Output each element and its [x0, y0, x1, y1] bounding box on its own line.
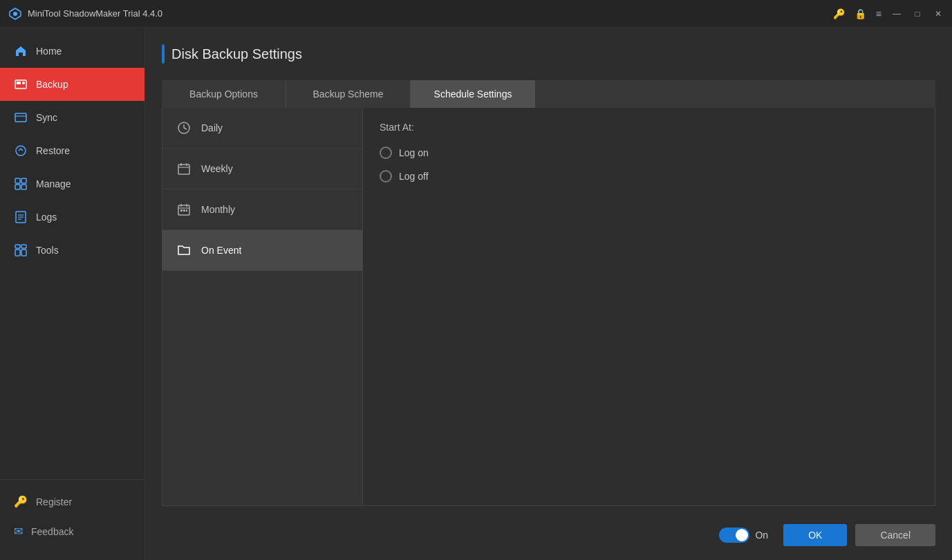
- schedule-item-on-event-label: On Event: [201, 245, 241, 256]
- svg-rect-2: [17, 82, 21, 84]
- toggle-knob: [736, 529, 748, 541]
- schedule-item-monthly-label: Monthly: [201, 204, 235, 215]
- app-logo-icon: [8, 7, 22, 21]
- radio-log-off[interactable]: Log off: [380, 170, 918, 183]
- feedback-mail-icon: ✉: [14, 525, 23, 538]
- toggle-group: On: [719, 528, 768, 543]
- sidebar-item-tools[interactable]: Tools: [0, 234, 144, 267]
- title-bar: MiniTool ShadowMaker Trial 4.4.0 🔑 🔒 ≡ —…: [0, 0, 952, 28]
- radio-log-on-circle: [380, 147, 392, 159]
- svg-rect-31: [183, 209, 185, 212]
- svg-rect-7: [15, 178, 20, 183]
- svg-rect-30: [180, 209, 183, 212]
- svg-point-0: [13, 12, 17, 16]
- toggle-label: On: [755, 530, 768, 541]
- schedule-item-daily-label: Daily: [201, 122, 223, 133]
- radio-log-on[interactable]: Log on: [380, 147, 918, 159]
- svg-rect-16: [21, 245, 26, 248]
- on-event-folder-icon: [176, 243, 192, 258]
- svg-rect-32: [186, 209, 187, 212]
- logs-icon: [14, 210, 28, 224]
- schedule-left-panel: Daily Weekly: [162, 108, 363, 505]
- sync-icon: [14, 111, 28, 124]
- schedule-item-on-event[interactable]: On Event: [162, 230, 362, 271]
- window-controls: 🔑 🔒 ≡ — □ ✕: [833, 8, 944, 19]
- tools-icon: [14, 243, 28, 257]
- page-title: Disk Backup Settings: [171, 46, 302, 62]
- app-title: MiniTool ShadowMaker Trial 4.4.0: [28, 8, 162, 19]
- svg-rect-10: [21, 185, 26, 189]
- sidebar-item-backup[interactable]: Backup: [0, 68, 144, 101]
- svg-rect-4: [15, 113, 26, 122]
- on-off-toggle[interactable]: [719, 528, 749, 543]
- sidebar-item-backup-label: Backup: [36, 79, 68, 90]
- sidebar-item-manage-label: Manage: [36, 178, 71, 189]
- svg-rect-22: [178, 165, 189, 174]
- sidebar-item-tools-label: Tools: [36, 245, 59, 256]
- sidebar-item-sync-label: Sync: [36, 112, 57, 123]
- backup-icon: [14, 77, 28, 91]
- schedule-item-weekly[interactable]: Weekly: [162, 149, 362, 189]
- tab-bar: Backup Options Backup Scheme Schedule Se…: [162, 80, 935, 108]
- sidebar-item-sync[interactable]: Sync: [0, 101, 144, 134]
- monthly-calendar-icon: [176, 202, 192, 217]
- svg-rect-8: [21, 178, 26, 183]
- main-content: Disk Backup Settings Backup Options Back…: [145, 28, 952, 560]
- radio-log-off-label: Log off: [399, 171, 429, 182]
- ok-button[interactable]: OK: [783, 524, 847, 546]
- schedule-item-monthly[interactable]: Monthly: [162, 189, 362, 230]
- svg-point-6: [16, 146, 26, 156]
- minimize-button[interactable]: —: [891, 8, 902, 19]
- maximize-button[interactable]: □: [912, 8, 923, 19]
- sidebar-item-logs-label: Logs: [36, 212, 57, 223]
- close-button[interactable]: ✕: [933, 8, 944, 19]
- register-icon[interactable]: 🔑: [833, 8, 845, 19]
- svg-rect-17: [15, 250, 20, 256]
- sidebar-item-home[interactable]: Home: [0, 35, 144, 68]
- tab-backup-options[interactable]: Backup Options: [162, 80, 286, 108]
- sidebar-feedback-label: Feedback: [31, 526, 73, 537]
- daily-clock-icon: [176, 120, 192, 136]
- sidebar-feedback[interactable]: ✉ Feedback: [0, 516, 144, 546]
- sidebar-item-home-label: Home: [36, 46, 62, 57]
- page-title-accent: [162, 44, 165, 64]
- settings-panel: Daily Weekly: [162, 108, 935, 506]
- start-at-label: Start At:: [380, 122, 918, 133]
- nav-items: Home Backup: [0, 28, 144, 479]
- home-icon: [14, 44, 28, 58]
- page-title-bar: Disk Backup Settings: [162, 44, 935, 64]
- sidebar: Home Backup: [0, 28, 145, 560]
- sidebar-register-label: Register: [36, 496, 72, 507]
- schedule-item-daily[interactable]: Daily: [162, 108, 362, 149]
- svg-rect-18: [21, 250, 26, 256]
- restore-icon: [14, 144, 28, 158]
- manage-icon: [14, 177, 28, 191]
- menu-icon[interactable]: ≡: [876, 8, 881, 19]
- schedule-item-weekly-label: Weekly: [201, 163, 233, 174]
- tab-schedule-settings[interactable]: Schedule Settings: [411, 80, 535, 108]
- lock-icon[interactable]: 🔒: [855, 8, 866, 19]
- cancel-button[interactable]: Cancel: [855, 524, 935, 546]
- radio-log-off-circle: [380, 170, 392, 183]
- svg-rect-15: [15, 245, 20, 248]
- sidebar-item-restore-label: Restore: [36, 145, 70, 156]
- app-layout: Home Backup: [0, 28, 952, 560]
- sidebar-item-manage[interactable]: Manage: [0, 167, 144, 200]
- tab-backup-scheme[interactable]: Backup Scheme: [286, 80, 411, 108]
- register-key-icon: 🔑: [14, 495, 28, 508]
- bottom-bar: On OK Cancel: [162, 517, 935, 546]
- sidebar-bottom: 🔑 Register ✉ Feedback: [0, 479, 144, 560]
- svg-rect-9: [15, 185, 20, 189]
- svg-point-3: [22, 82, 25, 84]
- weekly-calendar-icon: [176, 161, 192, 176]
- sidebar-register[interactable]: 🔑 Register: [0, 487, 144, 516]
- app-logo: MiniTool ShadowMaker Trial 4.4.0: [8, 7, 833, 21]
- schedule-right-panel: Start At: Log on Log off: [363, 108, 935, 505]
- sidebar-item-logs[interactable]: Logs: [0, 200, 144, 234]
- radio-log-on-label: Log on: [399, 147, 429, 158]
- sidebar-item-restore[interactable]: Restore: [0, 134, 144, 167]
- svg-line-21: [184, 128, 187, 129]
